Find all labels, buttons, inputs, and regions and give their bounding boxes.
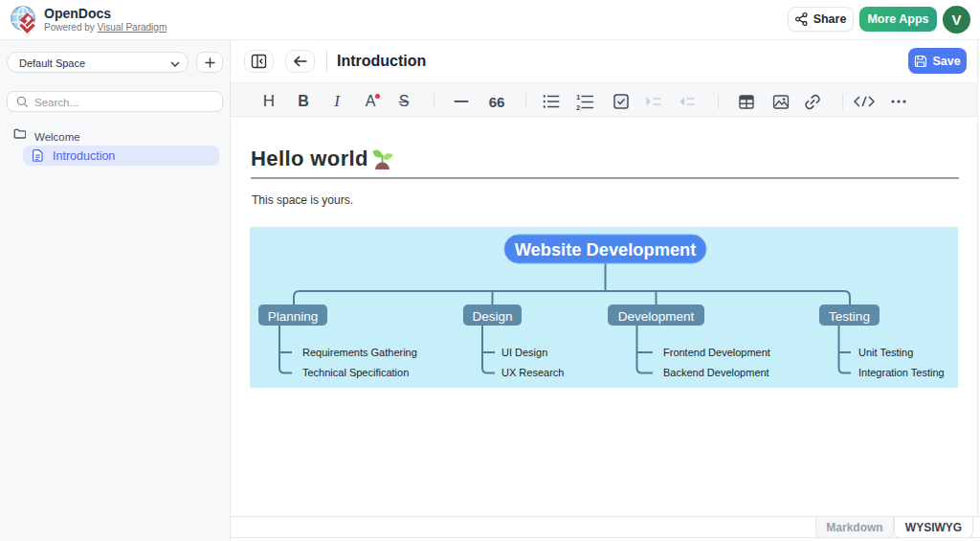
svg-text:Development: Development <box>618 309 695 324</box>
svg-text:UX Research: UX Research <box>501 367 564 378</box>
svg-text:Design: Design <box>472 309 512 324</box>
svg-text:Integration Testing: Integration Testing <box>858 367 945 378</box>
svg-text:Requirements Gathering: Requirements Gathering <box>302 347 417 358</box>
svg-text:Unit Testing: Unit Testing <box>858 347 913 358</box>
svg-text:Planning: Planning <box>268 309 319 324</box>
svg-text:Testing: Testing <box>829 309 870 324</box>
svg-text:1: 1 <box>576 94 581 101</box>
svg-text:UI Design: UI Design <box>501 347 547 358</box>
svg-text:Backend Development: Backend Development <box>663 367 769 378</box>
svg-text:Frontend Development: Frontend Development <box>663 347 770 358</box>
svg-text:Technical Specification: Technical Specification <box>302 367 409 378</box>
svg-text:2: 2 <box>576 102 581 110</box>
svg-text:Website Development: Website Development <box>515 239 697 259</box>
